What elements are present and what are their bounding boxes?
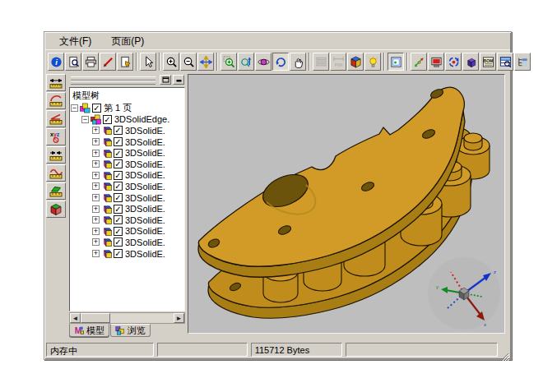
visibility-checkbox[interactable]: ✓	[114, 193, 123, 202]
tree-node-label[interactable]: 3DSolidE.	[125, 126, 165, 136]
tree-node-label[interactable]: 3DSolidE.	[125, 159, 165, 169]
tree-node-row[interactable]: −✓第 1 页	[70, 103, 184, 114]
markup-button[interactable]	[100, 53, 116, 71]
tree-node-row[interactable]: +✓3DSolidE.	[70, 203, 184, 214]
print-preview-button[interactable]	[65, 53, 81, 71]
export-button[interactable]	[117, 53, 133, 71]
scrollbar-track[interactable]	[110, 313, 174, 323]
visibility-checkbox[interactable]: ✓	[114, 249, 123, 258]
dynamic-zoom-button[interactable]	[238, 53, 254, 71]
frame-button[interactable]	[388, 53, 404, 71]
tree-node-row[interactable]: +✓3DSolidE.	[70, 192, 184, 204]
panel-float-button[interactable]	[160, 75, 171, 85]
menu-page[interactable]: 页面(P)	[104, 33, 151, 50]
tab-model[interactable]: M模型	[69, 324, 109, 337]
tree-node-row[interactable]: +✓3DSolidE.	[70, 248, 184, 260]
visibility-checkbox[interactable]: ✓	[92, 104, 101, 113]
expand-icon[interactable]: +	[92, 228, 100, 235]
tree-node-label[interactable]: 3DSolidE.	[125, 215, 165, 225]
measure-distance-button[interactable]	[46, 74, 66, 91]
measure-gap-button[interactable]	[46, 146, 66, 164]
tree-node-label[interactable]: 3DSolidE.	[125, 137, 165, 147]
tree-node-row[interactable]: +✓3DSolidE.	[70, 136, 184, 148]
expand-icon[interactable]: +	[92, 160, 100, 168]
tree-horizontal-scrollbar[interactable]: ◄ ►	[69, 312, 185, 324]
bom-button[interactable]: BOM	[480, 53, 496, 71]
tree-node-label[interactable]: 第 1 页	[104, 102, 132, 114]
collapse-icon[interactable]: −	[81, 116, 89, 123]
zoom-window-button[interactable]	[220, 53, 237, 71]
pan-hand-button[interactable]	[290, 53, 306, 71]
spin-button[interactable]	[272, 53, 289, 71]
measure-angle-button[interactable]	[46, 110, 66, 127]
rotate-button[interactable]	[255, 53, 272, 71]
measure-curve-button[interactable]	[46, 164, 66, 182]
panel-gripper[interactable]	[71, 81, 155, 85]
tree-node-label[interactable]: 3DSolidE.	[125, 238, 165, 247]
tree-node-label[interactable]: 3DSolidEdge.	[114, 114, 169, 124]
data-table-button[interactable]	[497, 53, 513, 71]
resize-grip[interactable]	[501, 349, 509, 357]
tree-node-row[interactable]: +✓3DSolidE.	[70, 226, 184, 238]
measure-area-button[interactable]	[46, 182, 66, 200]
select-button[interactable]	[140, 53, 156, 71]
tree-node-label[interactable]: 3DSolidE.	[125, 170, 165, 180]
zoom-out-button[interactable]	[180, 53, 197, 71]
tree-node-label[interactable]: 3DSolidE.	[125, 249, 165, 259]
tree-node-row[interactable]: +✓3DSolidE.	[70, 159, 184, 170]
tree-node-label[interactable]: 3DSolidE.	[125, 226, 165, 236]
visibility-checkbox[interactable]: ✓	[114, 238, 123, 247]
light-button[interactable]	[364, 53, 381, 71]
expand-icon[interactable]: +	[92, 250, 100, 257]
pan-button[interactable]	[197, 53, 214, 71]
expand-icon[interactable]: +	[92, 216, 100, 224]
visibility-checkbox[interactable]: ✓	[114, 205, 123, 214]
tree-view-button[interactable]	[514, 53, 531, 71]
visibility-checkbox[interactable]: ✓	[114, 159, 123, 168]
tab-browse[interactable]: 浏览	[110, 324, 151, 337]
3d-viewport[interactable]: z x y	[188, 74, 505, 334]
expand-icon[interactable]: +	[92, 205, 100, 213]
screen-button[interactable]	[428, 53, 444, 71]
zoom-in-button[interactable]	[163, 53, 179, 71]
tree-node-row[interactable]: +✓3DSolidE.	[70, 170, 184, 182]
scroll-left-arrow[interactable]: ◄	[70, 313, 81, 323]
info-button[interactable]: i	[48, 53, 64, 71]
scrollbar-thumb[interactable]	[81, 313, 110, 323]
tree-node-label[interactable]: 3DSolidE.	[125, 182, 165, 191]
visibility-checkbox[interactable]: ✓	[114, 215, 123, 224]
visibility-checkbox[interactable]: ✓	[114, 126, 123, 135]
render-mode-button[interactable]	[347, 53, 364, 71]
visibility-checkbox[interactable]: ✓	[114, 182, 123, 191]
visibility-checkbox[interactable]: ✓	[103, 115, 112, 124]
transform-button[interactable]	[411, 53, 427, 71]
collapse-icon[interactable]: −	[71, 104, 78, 112]
refresh-3d-button[interactable]	[445, 53, 462, 71]
tree-node-row[interactable]: +✓3DSolidE.	[70, 125, 184, 136]
menu-file[interactable]: 文件(F)	[52, 33, 99, 50]
expand-icon[interactable]: +	[92, 182, 100, 190]
tree-node-row[interactable]: +✓3DSolidE.	[70, 181, 184, 192]
solids-button[interactable]	[462, 53, 479, 71]
scroll-right-arrow[interactable]: ►	[174, 313, 184, 323]
panel-hide-button[interactable]	[173, 75, 184, 85]
orientation-ball[interactable]: z x y	[428, 257, 500, 330]
tree-node-row[interactable]: −✓3DSolidEdge.	[70, 114, 184, 126]
panel-header[interactable]	[69, 74, 185, 86]
tree-node-row[interactable]: +✓3DSolidE.	[70, 237, 184, 248]
visibility-checkbox[interactable]: ✓	[114, 171, 123, 180]
print-button[interactable]	[82, 53, 99, 71]
expand-icon[interactable]: +	[92, 150, 100, 157]
tree-node-label[interactable]: 3DSolidE.	[125, 148, 165, 158]
visibility-checkbox[interactable]: ✓	[114, 149, 123, 158]
tree-node-label[interactable]: 3DSolidE.	[125, 204, 165, 214]
tree-node-label[interactable]: 3DSolidE.	[125, 193, 165, 203]
expand-icon[interactable]: +	[92, 138, 100, 145]
tree-node-row[interactable]: +✓3DSolidE.	[70, 147, 184, 159]
expand-icon[interactable]: +	[92, 238, 100, 246]
expand-icon[interactable]: +	[92, 127, 100, 134]
visibility-checkbox[interactable]: ✓	[114, 227, 123, 236]
expand-icon[interactable]: +	[92, 172, 100, 179]
measure-radius-button[interactable]	[46, 92, 66, 109]
expand-icon[interactable]: +	[92, 194, 100, 201]
